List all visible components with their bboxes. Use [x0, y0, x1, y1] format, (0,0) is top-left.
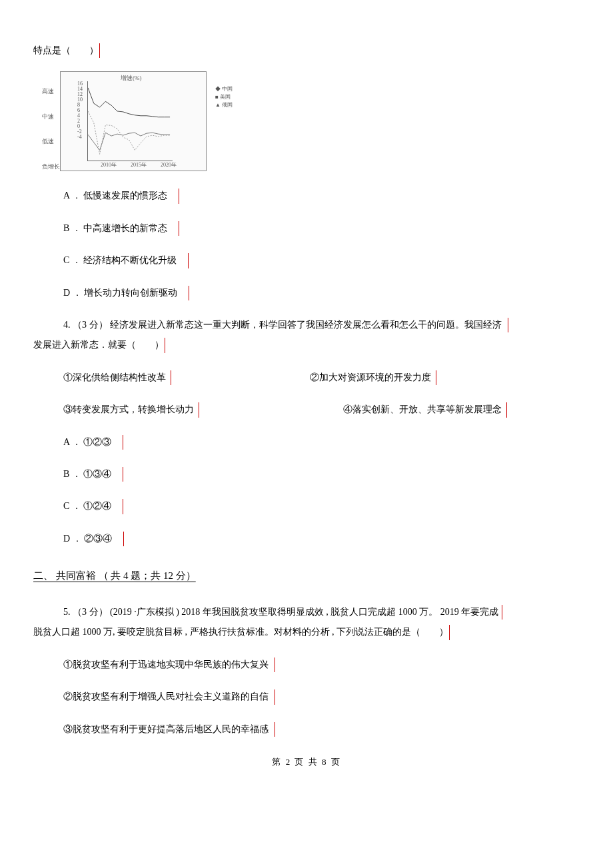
q4-s2: ②加大对资源环境的开发力度	[310, 372, 431, 382]
q3-option-b[interactable]: B ． 中高速增长的新常态	[33, 221, 580, 236]
q3-continuation: 特点是（ ）	[33, 43, 580, 58]
legend-label: 美国	[220, 94, 231, 100]
statement-text: ②脱贫攻坚有利于增强人民对社会主义道路的自信	[63, 691, 269, 701]
statement-text: ③脱贫攻坚有利于更好提高落后地区人民的幸福感	[63, 724, 269, 734]
edit-mark	[188, 253, 189, 268]
option-text: B ． 中高速增长的新常态	[63, 223, 167, 233]
legend-item: ▲ 俄国	[215, 101, 233, 109]
q4-option-b[interactable]: B ． ①③④	[33, 467, 580, 482]
edit-mark	[189, 286, 189, 300]
q4-stem-line2: 发展进入新常态．就要（ ）	[33, 338, 580, 352]
page-footer: 第 2 页 共 8 页	[33, 755, 580, 769]
chart-y-ticks: 16 14 12 10 8 6 4 2 0 -2 -4	[77, 81, 83, 140]
edit-mark	[502, 605, 502, 620]
ytick: -4	[77, 135, 83, 140]
section-2-header: 二、 共同富裕 （ 共 4 题；共 12 分）	[33, 568, 580, 585]
edit-mark	[123, 435, 123, 450]
y-cat-high: 高速	[42, 87, 60, 96]
q4-stem-text2: 发展进入新常态．就要（ ）	[33, 340, 164, 350]
chart-svg	[88, 81, 173, 159]
q5-stem-line1: 5. （3 分） (2019 ·广东模拟 ) 2018 年我国脱贫攻坚取得明显成…	[33, 605, 580, 620]
legend-label: 中国	[222, 86, 233, 92]
q5-s2: ②脱贫攻坚有利于增强人民对社会主义道路的自信	[33, 689, 580, 704]
q3-continuation-text: 特点是（ ）	[33, 45, 99, 55]
edit-mark	[275, 689, 275, 704]
q4-option-d[interactable]: D ． ②③④	[33, 532, 580, 546]
chart-y-category-labels: 高速 中速 低速 负增长	[42, 87, 60, 171]
option-text: A ． 低慢速发展的惯形态	[63, 191, 167, 201]
option-text: D ． 增长动力转向创新驱动	[63, 288, 177, 298]
chart-figure: 增速(%) 高速 中速 低速 负增长 16 14 12 10 8 6 4 2 0…	[60, 71, 207, 171]
q5-s3: ③脱贫攻坚有利于更好提高落后地区人民的幸福感	[33, 722, 580, 737]
q5-s1: ①脱贫攻坚有利于迅速地实现中华民族的伟大复兴	[33, 657, 580, 672]
edit-mark	[123, 499, 123, 514]
q4-s4: ④落实创新、开放、共享等新发展理念	[343, 404, 502, 414]
legend-item: ◆ 中国	[215, 85, 233, 93]
q4-s1: ①深化供给侧结构性改革	[63, 372, 166, 382]
edit-mark	[123, 467, 123, 482]
edit-mark	[275, 722, 275, 737]
line-china	[88, 88, 170, 117]
edit-mark	[179, 221, 179, 236]
q3-option-c[interactable]: C ． 经济结构不断优化升级	[33, 253, 580, 268]
edit-mark	[179, 189, 179, 203]
edit-mark	[99, 43, 100, 58]
edit-mark	[506, 402, 507, 417]
option-text: B ． ①③④	[63, 469, 111, 479]
q4-s3: ③转变发展方式，转换增长动力	[63, 404, 194, 414]
section-2-title: 二、 共同富裕 （ 共 4 题；共 12 分）	[33, 570, 196, 581]
chart-plot-area	[87, 81, 173, 161]
edit-mark	[436, 370, 436, 385]
edit-mark	[171, 370, 171, 385]
edit-mark	[275, 657, 275, 672]
y-cat-mid: 中速	[42, 112, 60, 121]
xtick: 2015年	[131, 161, 147, 170]
q5-stem-line2: 脱贫人口超 1000 万, 要咬定脱贫目标 , 严格执行扶贫标准。对材料的分析 …	[33, 625, 580, 640]
option-text: C ． ①②④	[63, 501, 111, 511]
q5-stem-text2: 脱贫人口超 1000 万, 要咬定脱贫目标 , 严格执行扶贫标准。对材料的分析 …	[33, 627, 448, 637]
edit-mark	[508, 318, 508, 332]
y-cat-low: 低速	[42, 137, 60, 146]
q5-stem-text1: 5. （3 分） (2019 ·广东模拟 ) 2018 年我国脱贫攻坚取得明显成…	[63, 607, 498, 617]
y-cat-neg: 负增长	[42, 162, 60, 171]
q4-statements-row2: ③转变发展方式，转换增长动力 ④落实创新、开放、共享等新发展理念	[33, 402, 580, 417]
option-text: C ． 经济结构不断优化升级	[63, 255, 177, 265]
legend-item: ■ 美国	[215, 93, 233, 101]
xtick: 2010年	[101, 161, 117, 170]
edit-mark	[123, 532, 124, 546]
chart-legend: ◆ 中国 ■ 美国 ▲ 俄国	[215, 85, 233, 109]
option-text: A ． ①②③	[63, 437, 111, 447]
edit-mark	[199, 402, 199, 417]
q4-option-c[interactable]: C ． ①②④	[33, 499, 580, 514]
q4-statements-row1: ①深化供给侧结构性改革 ②加大对资源环境的开发力度	[33, 370, 580, 385]
q4-option-a[interactable]: A ． ①②③	[33, 435, 580, 450]
statement-text: ①脱贫攻坚有利于迅速地实现中华民族的伟大复兴	[63, 659, 269, 669]
q3-option-d[interactable]: D ． 增长动力转向创新驱动	[33, 286, 580, 300]
option-text: D ． ②③④	[63, 534, 112, 544]
line-usa	[88, 133, 170, 151]
legend-label: 俄国	[222, 102, 233, 108]
q4-stem-text1: 4. （3 分） 经济发展进入新常态这一重大判断，科学回答了我国经济发展怎么看和…	[63, 320, 502, 330]
q4-stem-line1: 4. （3 分） 经济发展进入新常态这一重大判断，科学回答了我国经济发展怎么看和…	[33, 318, 580, 332]
edit-mark	[165, 338, 165, 352]
edit-mark	[449, 625, 450, 640]
q3-option-a[interactable]: A ． 低慢速发展的惯形态	[33, 189, 580, 203]
xtick: 2020年	[161, 161, 177, 170]
